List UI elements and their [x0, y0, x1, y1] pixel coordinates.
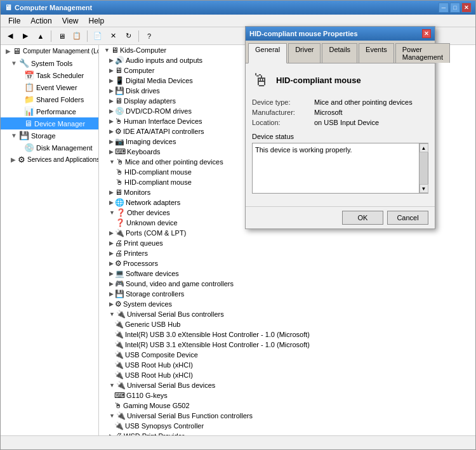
device-usb-root2[interactable]: 🔌 USB Root Hub (xHCI)	[99, 370, 475, 380]
scroll-track[interactable]	[420, 152, 428, 184]
scroll-down-arrow[interactable]: ▼	[420, 184, 428, 193]
left-storage[interactable]: ▼ 💾 Storage	[1, 129, 98, 142]
device-print-queues[interactable]: ▶ 🖨 Print queues	[99, 238, 475, 248]
left-task-scheduler[interactable]: 📅 Task Scheduler	[1, 69, 98, 81]
toolbar-show-hide[interactable]: 🖥	[55, 29, 69, 43]
menu-action[interactable]: Action	[25, 15, 56, 27]
device-icon: 📷	[115, 137, 124, 146]
device-header: 🖱 HID-compliant mouse	[252, 70, 428, 91]
tab-driver[interactable]: Driver	[288, 43, 321, 63]
toolbar-refresh[interactable]: ↻	[121, 29, 135, 43]
device-label: Universal Serial Bus Function controller…	[127, 412, 253, 420]
tab-general[interactable]: General	[248, 43, 287, 63]
toolbar-delete[interactable]: ✕	[106, 29, 120, 43]
expand-chevron: ▶	[109, 98, 114, 104]
node-icon: 💿	[24, 143, 34, 152]
toolbar-up[interactable]: ▲	[34, 29, 48, 43]
toolbar-sep2	[87, 30, 88, 42]
device-wsd[interactable]: ▶ 🖨 WSD Print Provider	[99, 431, 475, 435]
device-label: Sound, video and game controllers	[126, 280, 234, 288]
device-usb-root1[interactable]: 🔌 USB Root Hub (xHCI)	[99, 360, 475, 370]
modal-body: 🖱 HID-compliant mouse Device type: Mice …	[246, 63, 435, 206]
menu-view[interactable]: View	[57, 15, 84, 27]
scroll-up-arrow[interactable]: ▲	[420, 143, 428, 152]
device-storage-ctrl[interactable]: ▶ 💾 Storage controllers	[99, 289, 475, 299]
expand-icon: ▶	[6, 48, 11, 55]
device-system[interactable]: ▶ ⚙ System devices	[99, 299, 475, 309]
menu-bar: File Action View Help	[1, 15, 475, 27]
device-sound[interactable]: ▶ 🎮 Sound, video and game controllers	[99, 279, 475, 289]
left-system-tools[interactable]: ▼ 🔧 System Tools	[1, 57, 98, 69]
device-label: IDE ATA/ATAPI controllers	[123, 128, 204, 135]
main-window: 🖥 Computer Management ─ □ ✕ File Action …	[0, 0, 476, 450]
modal-title: HID-compliant mouse Properties	[249, 30, 358, 37]
left-disk-management[interactable]: 💿 Disk Management	[1, 142, 98, 154]
device-icon: 🔌	[114, 340, 124, 349]
left-device-manager[interactable]: 🖥 Device Manager	[1, 117, 98, 129]
status-bar	[1, 435, 475, 449]
device-label: Kids-Computer	[120, 46, 166, 54]
expand-chevron: ▼	[104, 47, 110, 53]
menu-file[interactable]: File	[3, 15, 25, 27]
expand-chevron: ▼	[109, 413, 115, 419]
toolbar-back[interactable]: ◀	[3, 29, 17, 43]
expand-chevron: ▼	[109, 209, 115, 216]
device-icon: 🖱	[115, 117, 122, 126]
tab-bar: General Driver Details Events Power Mana…	[246, 41, 435, 63]
device-ports[interactable]: ▶ 🔌 Ports (COM & LPT)	[99, 228, 475, 238]
node-icon: 📋	[24, 83, 34, 92]
node-icon: 🖥	[13, 46, 21, 56]
toolbar-help[interactable]: ?	[142, 29, 156, 43]
device-g110[interactable]: ⌨ G110 G-keys	[99, 390, 475, 400]
node-label: Services and Applications	[27, 156, 99, 163]
toolbar-forward[interactable]: ▶	[18, 29, 32, 43]
left-performance[interactable]: 📊 Performance	[1, 105, 98, 117]
tab-events[interactable]: Events	[359, 43, 394, 63]
expand-chevron: ▶	[109, 189, 114, 195]
menu-help[interactable]: Help	[84, 15, 110, 27]
left-tree-root[interactable]: ▶ 🖥 Computer Management (Local	[1, 45, 98, 57]
tab-details[interactable]: Details	[322, 43, 357, 63]
device-icon: 🔌	[114, 330, 124, 339]
prop-manufacturer-label: Manufacturer:	[252, 109, 309, 116]
device-g502[interactable]: 🖱 Gaming Mouse G502	[99, 400, 475, 411]
device-usb-devices[interactable]: ▼ 🔌 Universal Serial Bus devices	[99, 380, 475, 390]
left-shared-folders[interactable]: 📁 Shared Folders	[1, 93, 98, 105]
expand-icon: ▶	[11, 156, 16, 163]
modal-title-bar: HID-compliant mouse Properties ✕	[246, 27, 435, 41]
left-services-apps[interactable]: ▶ ⚙ Services and Applications	[1, 154, 98, 166]
device-software[interactable]: ▶ 💻 Software devices	[99, 268, 475, 279]
node-label: Event Viewer	[36, 84, 77, 91]
title-bar: 🖥 Computer Management ─ □ ✕	[1, 1, 475, 15]
prop-manufacturer-value: Microsoft	[314, 109, 343, 116]
tab-power-management[interactable]: Power Management	[395, 43, 450, 63]
toolbar-new[interactable]: 📄	[91, 29, 105, 43]
node-label: Storage	[31, 132, 56, 140]
modal-close-button[interactable]: ✕	[422, 29, 431, 38]
expand-chevron: ▶	[109, 250, 114, 256]
maximize-button[interactable]: □	[450, 3, 460, 13]
ok-button[interactable]: OK	[342, 211, 383, 225]
toolbar-properties[interactable]: 📋	[70, 29, 84, 43]
left-event-viewer[interactable]: 📋 Event Viewer	[1, 81, 98, 93]
cancel-button[interactable]: Cancel	[387, 211, 428, 225]
device-usb-function[interactable]: ▼ 🔌 Universal Serial Bus Function contro…	[99, 411, 475, 421]
device-synopsys[interactable]: 🔌 USB Synopsys Controller	[99, 421, 475, 431]
device-status-section: Device status This device is working pro…	[252, 133, 428, 194]
device-intel-usb31[interactable]: 🔌 Intel(R) USB 3.1 eXtensible Host Contr…	[99, 340, 475, 350]
device-usb-composite[interactable]: 🔌 USB Composite Device	[99, 350, 475, 360]
device-label: USB Synopsys Controller	[125, 422, 204, 430]
node-icon: 📊	[24, 107, 34, 116]
minimize-button[interactable]: ─	[439, 3, 449, 13]
device-label: Universal Serial Bus controllers	[127, 310, 224, 318]
device-usb-ctrl[interactable]: ▼ 🔌 Universal Serial Bus controllers	[99, 309, 475, 319]
device-intel-usb30[interactable]: 🔌 Intel(R) USB 3.0 eXtensible Host Contr…	[99, 329, 475, 340]
device-label: Monitors	[124, 189, 150, 196]
device-printers[interactable]: ▶ 🖨 Printers	[99, 248, 475, 258]
close-button[interactable]: ✕	[461, 3, 472, 13]
device-generic-usb[interactable]: 🔌 Generic USB Hub	[99, 319, 475, 329]
device-processors[interactable]: ▶ ⚙ Processors	[99, 258, 475, 268]
status-scrollbar: ▲ ▼	[419, 143, 428, 193]
device-icon: 🔌	[116, 310, 126, 319]
device-icon: 🔌	[114, 371, 124, 380]
